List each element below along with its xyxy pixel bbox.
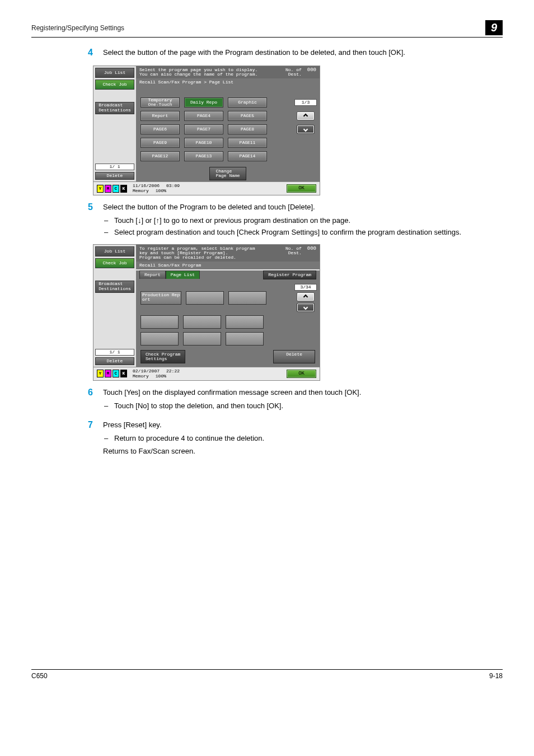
page-9[interactable]: PAGE9 bbox=[140, 138, 180, 148]
program-slot-empty[interactable] bbox=[140, 332, 179, 346]
dest-count-value: 000 bbox=[307, 68, 316, 73]
job-list-tab[interactable]: Job List bbox=[95, 68, 134, 78]
screenshot-page-list: Job List Check Job Broadcast Destination… bbox=[93, 66, 320, 195]
toner-y-icon: Y bbox=[97, 370, 104, 377]
step-6-bullet-1: Touch [No] to stop the deletion, and the… bbox=[103, 401, 503, 411]
step-number-4: 4 bbox=[31, 48, 103, 61]
program-slot-empty[interactable] bbox=[183, 332, 221, 346]
ok-button[interactable]: OK bbox=[287, 184, 316, 193]
step-7-text: Press [Reset] key. bbox=[103, 420, 503, 430]
page-13[interactable]: PAGE13 bbox=[184, 151, 223, 161]
footer-model: C650 bbox=[31, 672, 48, 680]
page-nav-indicator-2: 3/34 bbox=[294, 284, 317, 291]
page-up-button[interactable] bbox=[297, 111, 315, 120]
broadcast-destinations-tab[interactable]: Broadcast Destinations bbox=[95, 102, 134, 114]
check-job-tab[interactable]: Check Job bbox=[95, 80, 134, 90]
status-memory-value: 100% bbox=[156, 189, 166, 193]
program-slot-1[interactable]: Production Rep ort bbox=[140, 291, 181, 305]
job-list-tab-2[interactable]: Job List bbox=[95, 246, 134, 256]
status-memory-label-2: Memory bbox=[133, 374, 149, 379]
status-date-2: 02/19/2007 bbox=[133, 369, 160, 374]
toner-k-icon: K bbox=[120, 185, 127, 193]
toner-m-icon: M bbox=[105, 185, 111, 193]
program-slot-empty[interactable] bbox=[183, 315, 221, 329]
program-slot-empty[interactable] bbox=[228, 291, 266, 305]
breadcrumb-2: Recall Scan/Fax Program bbox=[136, 262, 320, 269]
tab-page-list[interactable]: Page List bbox=[166, 270, 200, 279]
step-7-bullet-1: Return to procedure 4 to continue the de… bbox=[103, 433, 503, 444]
step-5-bullet-2: Select program destination and touch [Ch… bbox=[103, 227, 503, 237]
dest-count-label: No. of Dest. bbox=[285, 68, 302, 77]
status-date: 11/16/2006 bbox=[133, 184, 160, 188]
page-temporary-one-touch[interactable]: Temporary One-Touch bbox=[140, 97, 180, 108]
program-slot-empty[interactable] bbox=[226, 332, 264, 346]
step-5-text: Select the button of the Program to be d… bbox=[103, 202, 503, 212]
arrow-up-icon bbox=[303, 295, 308, 299]
status-memory-value-2: 100% bbox=[156, 374, 166, 379]
left-page-indicator: 1/ 1 bbox=[95, 164, 134, 170]
page-6[interactable]: PAGE6 bbox=[140, 124, 180, 134]
toner-k-icon: K bbox=[120, 370, 127, 377]
toner-y-icon: Y bbox=[97, 185, 104, 193]
status-memory-label: Memory bbox=[133, 189, 149, 193]
page-down-button-2[interactable] bbox=[297, 303, 315, 312]
step-7-closing: Returns to Fax/Scan screen. bbox=[103, 446, 503, 456]
step-6-text: Touch [Yes] on the displayed confirmatio… bbox=[103, 388, 503, 398]
step-number-5: 5 bbox=[31, 202, 103, 240]
toner-levels-2: Y M C K bbox=[97, 370, 127, 377]
chapter-number: 9 bbox=[485, 20, 503, 35]
page-graphic[interactable]: Graphic bbox=[228, 97, 267, 108]
page-11[interactable]: PAGE11 bbox=[228, 138, 267, 148]
check-job-tab-2[interactable]: Check Job bbox=[95, 258, 134, 268]
dest-count-label-2: No. of Dest. bbox=[285, 246, 302, 255]
ok-button-2[interactable]: OK bbox=[287, 370, 316, 378]
footer-page-number: 9-18 bbox=[489, 672, 503, 680]
page-8[interactable]: PAGE8 bbox=[228, 124, 267, 134]
toner-levels: Y M C K bbox=[97, 185, 127, 193]
page-14[interactable]: PAGE14 bbox=[228, 151, 267, 161]
breadcrumb: Recall Scan/Fax Program > Page List bbox=[136, 78, 320, 86]
page-4[interactable]: PAGE4 bbox=[184, 111, 223, 121]
page-header-title: Registering/Specifying Settings bbox=[31, 24, 124, 32]
left-page-indicator-2: 1/ 1 bbox=[95, 349, 134, 356]
page-report[interactable]: Report bbox=[140, 111, 180, 121]
page-10[interactable]: PAGE10 bbox=[184, 138, 223, 148]
left-delete-button-2[interactable]: Delete bbox=[95, 357, 134, 365]
check-program-settings-button[interactable]: Check Program Settings bbox=[140, 350, 185, 363]
register-program-button[interactable]: Register Program bbox=[263, 270, 316, 279]
program-slot-empty[interactable] bbox=[226, 315, 264, 329]
toner-m-icon: M bbox=[105, 370, 111, 377]
page-nav-indicator: 1/3 bbox=[294, 99, 317, 106]
page-daily-repo[interactable]: Daily Repo bbox=[184, 97, 223, 108]
status-time: 03:09 bbox=[166, 184, 180, 188]
toner-c-icon: C bbox=[113, 370, 119, 377]
step-number-7: 7 bbox=[31, 420, 103, 460]
page-7[interactable]: PAGE7 bbox=[184, 124, 223, 134]
arrow-down-icon bbox=[303, 305, 308, 310]
step-4-text: Select the button of the page with the P… bbox=[103, 48, 503, 58]
arrow-up-icon bbox=[303, 114, 308, 118]
status-time-2: 22:22 bbox=[166, 369, 180, 374]
toner-c-icon: C bbox=[113, 185, 119, 193]
screenshot-program-list: Job List Check Job Broadcast Destination… bbox=[93, 244, 320, 381]
left-delete-button[interactable]: Delete bbox=[95, 172, 134, 180]
change-page-name-button[interactable]: Change Page Name bbox=[209, 167, 246, 180]
tab-report[interactable]: Report bbox=[139, 270, 166, 279]
page-down-button[interactable] bbox=[297, 125, 315, 134]
page-up-button-2[interactable] bbox=[297, 292, 315, 301]
page-12[interactable]: PAGE12 bbox=[140, 151, 180, 161]
step-number-6: 6 bbox=[31, 388, 103, 413]
program-slot-empty[interactable] bbox=[140, 315, 179, 329]
message-text: Select the program page you wish to disp… bbox=[139, 68, 285, 77]
message-text-2: To register a program, select blank prog… bbox=[139, 246, 285, 260]
dest-count-value-2: 000 bbox=[307, 246, 316, 251]
delete-button[interactable]: Delete bbox=[273, 350, 315, 363]
program-slot-empty[interactable] bbox=[186, 291, 224, 305]
broadcast-destinations-tab-2[interactable]: Broadcast Destinations bbox=[95, 281, 134, 293]
step-5-bullet-1: Touch [↓] or [↑] to go to next or previo… bbox=[103, 216, 503, 226]
arrow-down-icon bbox=[303, 127, 308, 132]
page-5[interactable]: PAGE5 bbox=[228, 111, 267, 121]
